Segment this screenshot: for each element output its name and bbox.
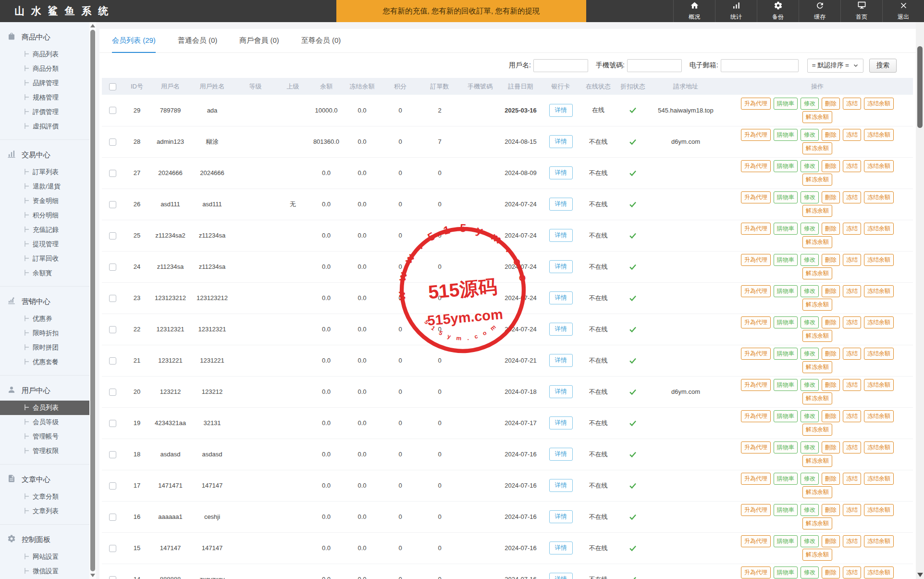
action-button-解冻余額[interactable]: 解冻余額 — [802, 517, 832, 529]
detail-button[interactable]: 详情 — [549, 479, 573, 492]
action-button-修改[interactable]: 修改 — [801, 473, 819, 485]
action-button-冻结[interactable]: 冻结 — [843, 348, 861, 360]
action-button-解冻余額[interactable]: 解冻余額 — [802, 267, 832, 279]
action-button-冻结[interactable]: 冻结 — [843, 504, 861, 516]
action-button-解冻余額[interactable]: 解冻余額 — [802, 330, 832, 342]
action-button-刪除[interactable]: 刪除 — [822, 285, 840, 297]
row-checkbox[interactable] — [109, 482, 116, 490]
action-button-冻结余額[interactable]: 冻结余額 — [864, 410, 894, 422]
action-button-冻结[interactable]: 冻结 — [843, 285, 861, 297]
action-button-冻结[interactable]: 冻结 — [843, 473, 861, 485]
action-button-冻结余額[interactable]: 冻结余額 — [864, 316, 894, 328]
action-button-升為代理[interactable]: 升為代理 — [741, 379, 771, 391]
action-button-購物車[interactable]: 購物車 — [774, 316, 798, 328]
action-button-冻结余額[interactable]: 冻结余額 — [864, 254, 894, 266]
action-button-修改[interactable]: 修改 — [801, 316, 819, 328]
action-button-升為代理[interactable]: 升為代理 — [741, 535, 771, 547]
search-button[interactable]: 搜索 — [869, 59, 897, 73]
detail-button[interactable]: 详情 — [549, 448, 573, 461]
action-button-刪除[interactable]: 刪除 — [822, 254, 840, 266]
action-button-冻结[interactable]: 冻结 — [843, 316, 861, 328]
sidebar-item-余額寳[interactable]: 余額寳 — [0, 266, 89, 280]
action-button-修改[interactable]: 修改 — [801, 504, 819, 516]
action-button-購物車[interactable]: 購物車 — [774, 285, 798, 297]
sidebar-item-文章列表[interactable]: 文章列表 — [0, 504, 89, 518]
sidebar-section-header[interactable]: 文章中心 — [0, 469, 89, 490]
action-button-冻结余額[interactable]: 冻结余額 — [864, 379, 894, 391]
row-checkbox[interactable] — [109, 138, 116, 146]
page-scrollbar[interactable] — [916, 22, 924, 579]
action-button-刪除[interactable]: 刪除 — [822, 379, 840, 391]
action-button-修改[interactable]: 修改 — [801, 160, 819, 172]
sidebar-scrollbar[interactable] — [89, 22, 96, 579]
sidebar-item-商品列表[interactable]: 商品列表 — [0, 47, 89, 62]
action-button-修改[interactable]: 修改 — [801, 441, 819, 453]
action-button-升為代理[interactable]: 升為代理 — [741, 348, 771, 360]
action-button-解冻余額[interactable]: 解冻余額 — [802, 455, 832, 467]
sidebar-item-虚拟評價[interactable]: 虚拟評價 — [0, 119, 89, 134]
detail-button[interactable]: 详情 — [549, 385, 573, 398]
action-button-冻结余額[interactable]: 冻结余額 — [864, 223, 894, 235]
select-all-checkbox[interactable] — [109, 83, 116, 90]
action-button-刪除[interactable]: 刪除 — [822, 535, 840, 547]
sidebar-item-积分明细[interactable]: 积分明细 — [0, 208, 89, 223]
row-checkbox[interactable] — [109, 295, 116, 302]
action-button-冻结[interactable]: 冻结 — [843, 223, 861, 235]
action-button-升為代理[interactable]: 升為代理 — [741, 285, 771, 297]
row-checkbox[interactable] — [109, 357, 116, 365]
detail-button[interactable]: 详情 — [549, 323, 573, 336]
action-button-購物車[interactable]: 購物車 — [774, 441, 798, 453]
action-button-刪除[interactable]: 刪除 — [822, 223, 840, 235]
action-button-升為代理[interactable]: 升為代理 — [741, 410, 771, 422]
row-checkbox[interactable] — [109, 232, 116, 239]
topbar-menu-概况[interactable]: 概况 — [673, 0, 715, 22]
scroll-up-arrow-icon[interactable] — [90, 24, 95, 27]
action-button-修改[interactable]: 修改 — [801, 129, 819, 141]
action-button-刪除[interactable]: 刪除 — [822, 98, 840, 110]
action-button-修改[interactable]: 修改 — [801, 379, 819, 391]
action-button-購物車[interactable]: 購物車 — [774, 254, 798, 266]
action-button-解冻余額[interactable]: 解冻余額 — [802, 361, 832, 373]
action-button-冻结[interactable]: 冻结 — [843, 98, 861, 110]
action-button-解冻余額[interactable]: 解冻余額 — [802, 392, 832, 404]
topbar-menu-备份[interactable]: 备份 — [757, 0, 799, 22]
action-button-解冻余額[interactable]: 解冻余額 — [802, 549, 832, 561]
sidebar-item-訂單列表[interactable]: 訂單列表 — [0, 165, 89, 179]
action-button-修改[interactable]: 修改 — [801, 223, 819, 235]
scroll-bottom-arrow-icon[interactable] — [917, 573, 923, 577]
row-checkbox[interactable] — [109, 576, 116, 579]
action-button-升為代理[interactable]: 升為代理 — [741, 129, 771, 141]
action-button-解冻余額[interactable]: 解冻余額 — [802, 142, 832, 154]
action-button-修改[interactable]: 修改 — [801, 566, 819, 579]
username-input[interactable] — [533, 59, 588, 72]
detail-button[interactable]: 详情 — [549, 229, 573, 242]
action-button-升為代理[interactable]: 升為代理 — [741, 316, 771, 328]
action-button-升為代理[interactable]: 升為代理 — [741, 254, 771, 266]
sidebar-item-优惠套餐[interactable]: 优惠套餐 — [0, 355, 89, 369]
sidebar-item-微信設置[interactable]: 微信設置 — [0, 564, 89, 579]
action-button-購物車[interactable]: 購物車 — [774, 535, 798, 547]
action-button-冻结余額[interactable]: 冻结余額 — [864, 566, 894, 579]
action-button-購物車[interactable]: 購物車 — [774, 223, 798, 235]
action-button-冻结[interactable]: 冻结 — [843, 379, 861, 391]
action-button-升為代理[interactable]: 升為代理 — [741, 98, 771, 110]
action-button-冻结余額[interactable]: 冻结余額 — [864, 285, 894, 297]
action-button-冻结余額[interactable]: 冻结余額 — [864, 504, 894, 516]
row-checkbox[interactable] — [109, 451, 116, 458]
action-button-修改[interactable]: 修改 — [801, 535, 819, 547]
action-button-解冻余額[interactable]: 解冻余額 — [802, 424, 832, 436]
detail-button[interactable]: 详情 — [549, 416, 573, 429]
row-checkbox[interactable] — [109, 264, 116, 271]
tab-商戶會員 (0)[interactable]: 商戶會員 (0) — [239, 29, 279, 52]
sidebar-section-header[interactable]: 控制面板 — [0, 529, 89, 550]
sidebar-item-会员列表[interactable]: 会员列表 — [0, 401, 89, 415]
row-checkbox[interactable] — [109, 545, 116, 552]
action-button-解冻余額[interactable]: 解冻余額 — [802, 236, 832, 248]
sidebar-section-header[interactable]: 用戶中心 — [0, 380, 89, 401]
action-button-升為代理[interactable]: 升為代理 — [741, 566, 771, 579]
action-button-冻结[interactable]: 冻结 — [843, 441, 861, 453]
action-button-冻结[interactable]: 冻结 — [843, 160, 861, 172]
sidebar-item-资金明细[interactable]: 资金明细 — [0, 194, 89, 208]
action-button-解冻余額[interactable]: 解冻余額 — [802, 486, 832, 498]
action-button-冻结余額[interactable]: 冻结余額 — [864, 98, 894, 110]
